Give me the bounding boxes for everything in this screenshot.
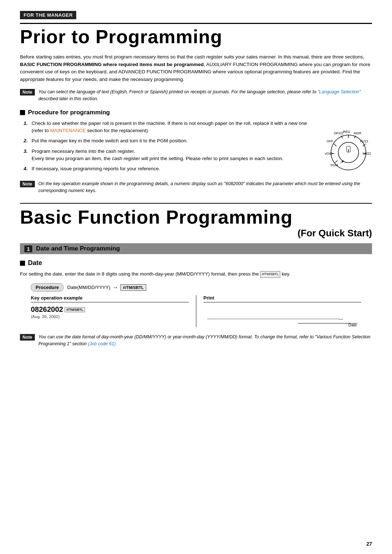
section-divider (20, 203, 372, 204)
key-op-value: 08262002 #/TM/SBTL (31, 305, 189, 314)
step-2: 2. Put the manager key in the mode switc… (24, 137, 318, 144)
key-op-header: Key operation example (31, 295, 189, 302)
print-header: Print (204, 295, 362, 302)
procedure-section: 1. Check to see whether the paper roll i… (20, 120, 372, 176)
key-op-right: Print Date — (196, 295, 362, 327)
language-selection-link[interactable]: "Language Selection" (318, 89, 361, 94)
date-description: For setting the date, enter the date in … (20, 270, 372, 278)
page-number: 27 (366, 541, 372, 547)
numbered-steps: 1. Check to see whether the paper roll i… (24, 120, 318, 173)
quick-start-subtitle: (For Quick Start) (20, 228, 372, 239)
svg-text:OPX/Z: OPX/Z (334, 131, 344, 135)
top-rule (20, 23, 372, 24)
black-square-date-icon (20, 261, 25, 266)
svg-text:X2/Z2: X2/Z2 (362, 152, 371, 155)
procedure-heading: Procedure for programming (20, 109, 372, 116)
note-label-3: Note (20, 334, 35, 341)
key-op-key: #/TM/SBTL (65, 307, 85, 312)
procedure-row: Procedure Date(MM/DD/YYYY) → #/TM/SBTL (31, 283, 372, 292)
svg-text:REG: REG (343, 130, 350, 134)
svg-text:PGM: PGM (331, 163, 338, 167)
svg-point-1 (338, 142, 359, 163)
date-heading: Date (20, 259, 372, 267)
svg-line-6 (334, 144, 336, 146)
bfp-title: Basic Function Programming (20, 207, 372, 227)
key-op-left: Key operation example 08262002 #/TM/SBTL… (31, 295, 196, 327)
note-box-2: Note On the key operation example shown … (20, 180, 372, 194)
svg-text:OFF: OFF (327, 139, 333, 143)
key-op-sub: (Aug. 26, 2002) (31, 314, 189, 319)
note-box-3: Note You can use the date format of day-… (20, 334, 372, 347)
black-square-icon (20, 110, 25, 115)
arrow-icon: → (113, 284, 118, 291)
section1-header: 1 Date and Time Programming (20, 243, 372, 254)
procedure-flow: Date(MM/DD/YYYY) → #/TM/SBTL (67, 284, 146, 291)
note-text-1: You can select the language of text (Eng… (38, 89, 372, 102)
maintenance-link[interactable]: MAINTENANCE (50, 128, 86, 133)
note-label-1: Note (20, 89, 35, 95)
svg-text:X1/Z1: X1/Z1 (360, 139, 368, 143)
section1-title: Date and Time Programming (36, 245, 120, 252)
date-label: Date (348, 323, 357, 327)
procedure-badge: Procedure (31, 283, 64, 292)
key-op-table: Key operation example 08262002 #/TM/SBTL… (31, 295, 361, 327)
procedure-key: #/TM/SBTL (121, 284, 146, 291)
main-title: Prior to Programming (20, 27, 372, 47)
intro-paragraph: Before starting sales entries, you must … (20, 53, 372, 84)
note-label-2: Note (20, 181, 35, 187)
svg-text:MGR: MGR (354, 131, 362, 135)
note-text-3: You can use the date format of day-month… (38, 334, 372, 347)
manager-badge: FOR THE MANAGER (20, 11, 372, 21)
print-area: Date — (204, 305, 362, 327)
note-text-2: On the key operation example shown in th… (38, 180, 372, 194)
step-4: 4. If necessary, issue programming repor… (24, 165, 318, 172)
section1-badge: 1 (24, 245, 32, 252)
step-1: 1. Check to see whether the paper roll i… (24, 120, 318, 135)
procedure-list: 1. Check to see whether the paper roll i… (20, 120, 318, 176)
note-box-1: Note You can select the language of text… (20, 89, 372, 102)
job-code-link[interactable]: (Job code 61) (88, 341, 115, 346)
step-3: 3. Program necessary items into the cash… (24, 148, 318, 163)
svg-line-4 (335, 160, 338, 163)
svg-line-10 (363, 144, 366, 146)
date-key-inline: #/TM/SBTL (260, 271, 281, 278)
key-switch-diagram: REG OPX/Z MGR OFF X1/Z1 VOID X2/Z2 PGM (325, 126, 372, 175)
svg-text:VOID: VOID (325, 152, 332, 155)
